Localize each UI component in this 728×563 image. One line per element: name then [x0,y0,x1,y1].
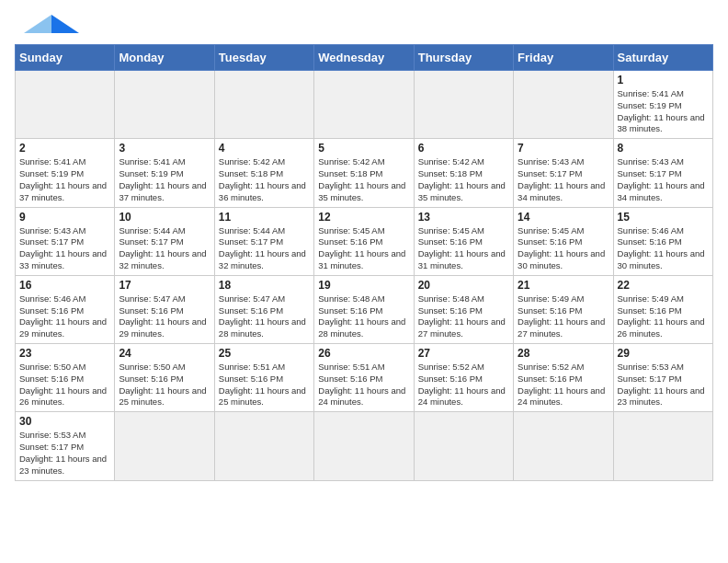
day-number: 5 [318,142,409,155]
day-number: 29 [618,347,709,360]
day-info: Sunrise: 5:43 AM Sunset: 5:17 PM Dayligh… [618,156,709,203]
day-number: 11 [219,211,310,224]
calendar-cell: 14Sunrise: 5:45 AM Sunset: 5:16 PM Dayli… [514,207,613,275]
day-number: 16 [19,279,110,292]
calendar-cell: 17Sunrise: 5:47 AM Sunset: 5:16 PM Dayli… [115,275,214,343]
day-info: Sunrise: 5:53 AM Sunset: 5:17 PM Dayligh… [19,430,110,477]
calendar-cell [314,71,414,139]
day-info: Sunrise: 5:45 AM Sunset: 5:16 PM Dayligh… [518,225,609,272]
calendar-cell: 10Sunrise: 5:44 AM Sunset: 5:17 PM Dayli… [115,207,214,275]
day-info: Sunrise: 5:52 AM Sunset: 5:16 PM Dayligh… [518,362,609,408]
day-info: Sunrise: 5:52 AM Sunset: 5:16 PM Dayligh… [418,362,509,408]
day-number: 13 [418,211,509,224]
day-number: 14 [518,211,609,224]
calendar-cell: 8Sunrise: 5:43 AM Sunset: 5:17 PM Daylig… [613,139,712,207]
day-info: Sunrise: 5:50 AM Sunset: 5:16 PM Dayligh… [119,362,210,408]
weekday-header: Tuesday [214,45,313,71]
calendar-cell [16,71,115,139]
day-number: 27 [418,347,509,360]
calendar-cell: 7Sunrise: 5:43 AM Sunset: 5:17 PM Daylig… [514,139,613,207]
day-info: Sunrise: 5:41 AM Sunset: 5:19 PM Dayligh… [119,156,210,203]
calendar-cell: 19Sunrise: 5:48 AM Sunset: 5:16 PM Dayli… [314,275,414,343]
calendar-header-row: SundayMondayTuesdayWednesdayThursdayFrid… [16,45,713,71]
calendar-cell: 11Sunrise: 5:44 AM Sunset: 5:17 PM Dayli… [214,207,313,275]
day-info: Sunrise: 5:51 AM Sunset: 5:16 PM Dayligh… [318,362,409,408]
calendar-week-row: 9Sunrise: 5:43 AM Sunset: 5:17 PM Daylig… [16,207,713,275]
weekday-header: Monday [115,45,214,71]
calendar-table: SundayMondayTuesdayWednesdayThursdayFrid… [15,44,713,481]
calendar-cell [115,71,214,139]
calendar-cell: 21Sunrise: 5:49 AM Sunset: 5:16 PM Dayli… [514,275,613,343]
calendar-cell: 3Sunrise: 5:41 AM Sunset: 5:19 PM Daylig… [115,139,214,207]
calendar-cell: 20Sunrise: 5:48 AM Sunset: 5:16 PM Dayli… [414,275,513,343]
day-number: 26 [318,347,409,360]
calendar-week-row: 23Sunrise: 5:50 AM Sunset: 5:16 PM Dayli… [16,344,713,412]
day-info: Sunrise: 5:49 AM Sunset: 5:16 PM Dayligh… [518,293,609,340]
calendar-cell: 18Sunrise: 5:47 AM Sunset: 5:16 PM Dayli… [214,275,313,343]
calendar-cell [214,71,313,139]
day-info: Sunrise: 5:48 AM Sunset: 5:16 PM Dayligh… [318,293,409,340]
calendar-cell: 2Sunrise: 5:41 AM Sunset: 5:19 PM Daylig… [16,139,115,207]
weekday-header: Saturday [613,45,712,71]
day-info: Sunrise: 5:42 AM Sunset: 5:18 PM Dayligh… [418,156,509,203]
day-info: Sunrise: 5:45 AM Sunset: 5:16 PM Dayligh… [418,225,509,272]
day-number: 8 [618,142,709,155]
calendar-cell: 25Sunrise: 5:51 AM Sunset: 5:16 PM Dayli… [214,344,313,412]
calendar-week-row: 30Sunrise: 5:53 AM Sunset: 5:17 PM Dayli… [16,412,713,480]
day-info: Sunrise: 5:53 AM Sunset: 5:17 PM Dayligh… [618,362,709,408]
calendar-cell: 15Sunrise: 5:46 AM Sunset: 5:16 PM Dayli… [613,207,712,275]
calendar-cell [314,412,414,480]
day-number: 23 [19,347,110,360]
day-number: 2 [19,142,110,155]
svg-marker-0 [51,15,79,33]
weekday-header: Friday [514,45,613,71]
logo-icon [15,15,79,33]
day-number: 18 [219,279,310,292]
calendar-cell: 26Sunrise: 5:51 AM Sunset: 5:16 PM Dayli… [314,344,414,412]
weekday-header: Wednesday [314,45,414,71]
calendar-week-row: 2Sunrise: 5:41 AM Sunset: 5:19 PM Daylig… [16,139,713,207]
calendar-cell [514,71,613,139]
day-number: 20 [418,279,509,292]
calendar-cell: 27Sunrise: 5:52 AM Sunset: 5:16 PM Dayli… [414,344,513,412]
day-info: Sunrise: 5:42 AM Sunset: 5:18 PM Dayligh… [318,156,409,203]
svg-marker-1 [24,15,51,33]
calendar-cell: 4Sunrise: 5:42 AM Sunset: 5:18 PM Daylig… [214,139,313,207]
calendar-cell: 24Sunrise: 5:50 AM Sunset: 5:16 PM Dayli… [115,344,214,412]
logo [15,15,79,33]
day-number: 24 [119,347,210,360]
day-number: 30 [19,415,110,428]
day-info: Sunrise: 5:49 AM Sunset: 5:16 PM Dayligh… [618,293,709,340]
calendar-cell [514,412,613,480]
day-info: Sunrise: 5:45 AM Sunset: 5:16 PM Dayligh… [318,225,409,272]
calendar-cell: 29Sunrise: 5:53 AM Sunset: 5:17 PM Dayli… [613,344,712,412]
day-info: Sunrise: 5:47 AM Sunset: 5:16 PM Dayligh… [119,293,210,340]
calendar-cell: 12Sunrise: 5:45 AM Sunset: 5:16 PM Dayli… [314,207,414,275]
day-info: Sunrise: 5:42 AM Sunset: 5:18 PM Dayligh… [219,156,310,203]
calendar-week-row: 1Sunrise: 5:41 AM Sunset: 5:19 PM Daylig… [16,71,713,139]
day-number: 12 [318,211,409,224]
calendar-cell: 9Sunrise: 5:43 AM Sunset: 5:17 PM Daylig… [16,207,115,275]
day-number: 21 [518,279,609,292]
calendar-cell [414,71,513,139]
calendar-cell: 30Sunrise: 5:53 AM Sunset: 5:17 PM Dayli… [16,412,115,480]
day-number: 22 [618,279,709,292]
day-number: 7 [518,142,609,155]
weekday-header: Thursday [414,45,513,71]
calendar-cell: 6Sunrise: 5:42 AM Sunset: 5:18 PM Daylig… [414,139,513,207]
weekday-header: Sunday [16,45,115,71]
day-number: 3 [119,142,210,155]
calendar-cell: 22Sunrise: 5:49 AM Sunset: 5:16 PM Dayli… [613,275,712,343]
day-info: Sunrise: 5:43 AM Sunset: 5:17 PM Dayligh… [518,156,609,203]
calendar-cell [214,412,313,480]
day-info: Sunrise: 5:50 AM Sunset: 5:16 PM Dayligh… [19,362,110,408]
calendar-cell [613,412,712,480]
calendar-cell [115,412,214,480]
day-info: Sunrise: 5:46 AM Sunset: 5:16 PM Dayligh… [618,225,709,272]
day-info: Sunrise: 5:43 AM Sunset: 5:17 PM Dayligh… [19,225,110,272]
day-number: 19 [318,279,409,292]
calendar-cell [414,412,513,480]
day-number: 15 [618,211,709,224]
day-info: Sunrise: 5:44 AM Sunset: 5:17 PM Dayligh… [119,225,210,272]
day-number: 6 [418,142,509,155]
